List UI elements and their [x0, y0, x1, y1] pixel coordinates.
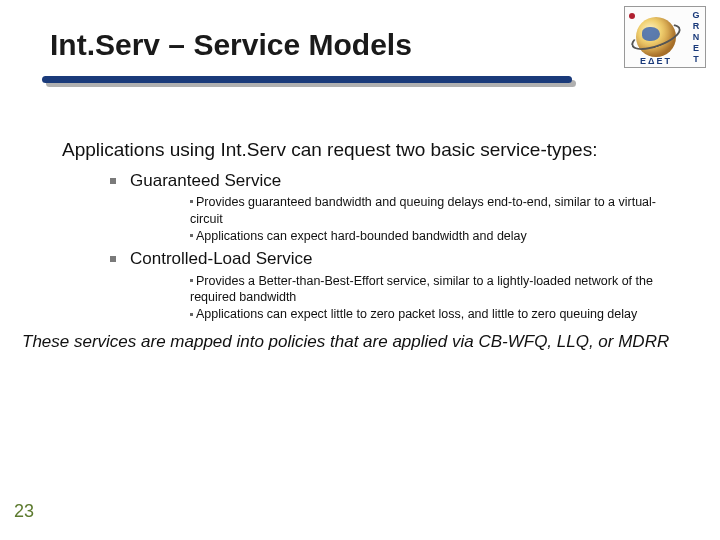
logo-letter: T	[693, 54, 699, 64]
logo-letter: N	[693, 32, 700, 42]
slide-title: Int.Serv – Service Models	[50, 28, 680, 62]
service-point: Provides guaranteed bandwidth and queuin…	[190, 194, 660, 228]
logo-globe: ΕΔΕΤ	[625, 7, 687, 67]
service-points: Provides a Better-than-Best-Effort servi…	[190, 273, 660, 324]
service-item: Guaranteed Service	[110, 170, 680, 192]
page-number: 23	[14, 501, 34, 522]
logo-right-letters: G R N E T	[687, 7, 705, 67]
closing-text: These services are mapped into policies …	[22, 331, 680, 353]
bullet-square-icon	[110, 256, 116, 262]
bullet-mini-icon	[190, 234, 193, 237]
service-point: Applications can expect hard-bounded ban…	[190, 228, 660, 245]
service-item: Controlled-Load Service	[110, 248, 680, 270]
bullet-mini-icon	[190, 200, 193, 203]
logo-bottom-text: ΕΔΕΤ	[625, 56, 687, 66]
service-point: Applications can expect little to zero p…	[190, 306, 660, 323]
bullet-mini-icon	[190, 313, 193, 316]
service-name: Guaranteed Service	[130, 170, 281, 192]
bullet-square-icon	[110, 178, 116, 184]
logo-letter: G	[692, 10, 699, 20]
bullet-mini-icon	[190, 279, 193, 282]
slide: ΕΔΕΤ G R N E T Int.Serv – Service Models…	[0, 0, 720, 540]
logo-letter: R	[693, 21, 700, 31]
logo-grnet: ΕΔΕΤ G R N E T	[624, 6, 706, 68]
title-underline	[42, 74, 680, 88]
service-points: Provides guaranteed bandwidth and queuin…	[190, 194, 660, 245]
service-name: Controlled-Load Service	[130, 248, 312, 270]
service-point: Provides a Better-than-Best-Effort servi…	[190, 273, 660, 307]
logo-letter: E	[693, 43, 699, 53]
service-list: Guaranteed Service Provides guaranteed b…	[110, 170, 680, 323]
intro-text: Applications using Int.Serv can request …	[62, 138, 670, 162]
